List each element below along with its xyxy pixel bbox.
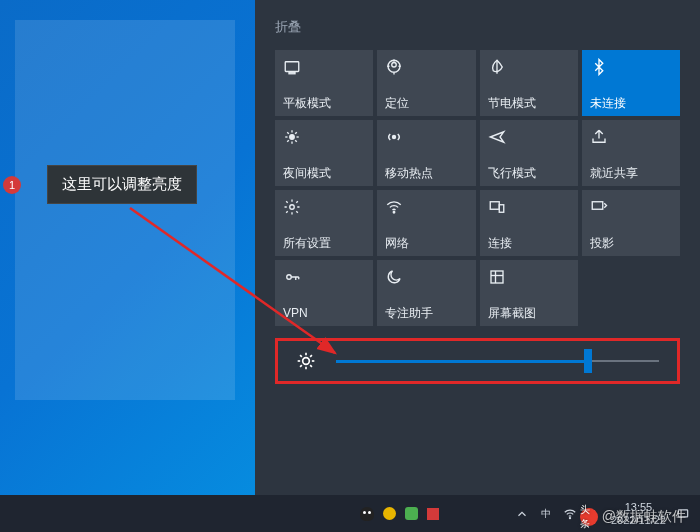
brightness-slider-container — [275, 338, 680, 384]
tile-night-light[interactable]: 夜间模式 — [275, 120, 373, 186]
bluetooth-icon — [590, 56, 672, 78]
brightness-slider[interactable] — [336, 352, 659, 370]
taskbar-app-wechat[interactable] — [404, 507, 418, 521]
svg-point-34 — [569, 517, 570, 518]
tile-label: 投影 — [590, 236, 672, 250]
devices-icon — [488, 196, 570, 218]
svg-point-25 — [303, 358, 310, 365]
tile-nearby-share[interactable]: 就近共享 — [582, 120, 680, 186]
tile-location[interactable]: 定位 — [377, 50, 475, 116]
taskbar-app-flag[interactable] — [426, 507, 440, 521]
svg-rect-20 — [592, 202, 603, 210]
tile-hotspot[interactable]: 移动热点 — [377, 120, 475, 186]
tile-connect[interactable]: 连接 — [480, 190, 578, 256]
svg-point-6 — [290, 135, 295, 140]
gear-icon — [283, 196, 365, 218]
tile-label: 飞行模式 — [488, 166, 570, 180]
tile-label: 平板模式 — [283, 96, 365, 110]
watermark-logo: 头条 — [580, 508, 598, 526]
svg-point-3 — [392, 63, 397, 68]
tile-network[interactable]: 网络 — [377, 190, 475, 256]
tile-label: 所有设置 — [283, 236, 365, 250]
svg-line-12 — [295, 140, 297, 142]
hotspot-icon — [385, 126, 467, 148]
desktop-window-outline — [15, 20, 235, 400]
svg-line-32 — [300, 365, 302, 367]
tile-bluetooth[interactable]: 未连接 — [582, 50, 680, 116]
svg-line-33 — [310, 355, 312, 357]
svg-line-11 — [287, 132, 289, 134]
leaf-icon — [488, 56, 570, 78]
taskbar-app-qq[interactable] — [360, 507, 374, 521]
tile-label: 未连接 — [590, 96, 672, 110]
desktop-background — [0, 0, 255, 532]
moon-icon — [385, 266, 467, 288]
svg-rect-19 — [499, 205, 504, 213]
tile-vpn[interactable]: VPN — [275, 260, 373, 326]
wifi-icon — [385, 196, 467, 218]
vpn-icon — [283, 266, 365, 288]
annotation-number: 1 — [3, 176, 21, 194]
share-arrow-icon — [590, 126, 672, 148]
tile-tablet-mode[interactable]: 平板模式 — [275, 50, 373, 116]
tile-label: 移动热点 — [385, 166, 467, 180]
tray-chevron-icon[interactable] — [515, 507, 529, 521]
tile-label: VPN — [283, 306, 365, 320]
action-center-panel: 折叠 平板模式定位节电模式未连接夜间模式移动热点飞行模式就近共享所有设置网络连接… — [255, 0, 700, 495]
svg-point-15 — [393, 136, 396, 139]
svg-point-17 — [394, 212, 396, 214]
project-icon — [590, 196, 672, 218]
tile-label: 专注助手 — [385, 306, 467, 320]
tile-label: 屏幕截图 — [488, 306, 570, 320]
collapse-link[interactable]: 折叠 — [275, 18, 680, 36]
tile-focus-assist[interactable]: 专注助手 — [377, 260, 475, 326]
tile-screenshot[interactable]: 屏幕截图 — [480, 260, 578, 326]
tile-battery-saver[interactable]: 节电模式 — [480, 50, 578, 116]
tile-label: 网络 — [385, 236, 467, 250]
tablet-icon — [283, 56, 365, 78]
tray-ime-icon[interactable]: 中 — [539, 507, 553, 521]
sun-dot-icon — [283, 126, 365, 148]
tile-label: 夜间模式 — [283, 166, 365, 180]
annotation-callout: 1 这里可以调整亮度 — [3, 165, 197, 204]
location-icon — [385, 56, 467, 78]
svg-rect-22 — [491, 271, 503, 283]
svg-line-31 — [310, 365, 312, 367]
tile-all-settings[interactable]: 所有设置 — [275, 190, 373, 256]
taskbar-app-player[interactable] — [382, 507, 396, 521]
svg-point-21 — [287, 275, 292, 280]
tile-label: 定位 — [385, 96, 467, 110]
tile-label: 连接 — [488, 236, 570, 250]
svg-line-14 — [295, 132, 297, 134]
watermark: 头条 @数据蛙软件 — [580, 508, 686, 526]
svg-line-13 — [287, 140, 289, 142]
watermark-text: @数据蛙软件 — [602, 508, 686, 526]
snip-icon — [488, 266, 570, 288]
brightness-icon — [296, 351, 316, 371]
tile-label: 节电模式 — [488, 96, 570, 110]
annotation-text: 这里可以调整亮度 — [47, 165, 197, 204]
tile-project[interactable]: 投影 — [582, 190, 680, 256]
tile-label: 就近共享 — [590, 166, 672, 180]
airplane-icon — [488, 126, 570, 148]
svg-rect-18 — [490, 202, 499, 210]
svg-rect-1 — [285, 62, 299, 72]
svg-line-30 — [300, 355, 302, 357]
svg-rect-2 — [289, 72, 295, 74]
tile-airplane[interactable]: 飞行模式 — [480, 120, 578, 186]
svg-point-16 — [290, 205, 295, 210]
quick-action-tiles: 平板模式定位节电模式未连接夜间模式移动热点飞行模式就近共享所有设置网络连接投影V… — [275, 50, 680, 326]
tray-wifi-icon[interactable] — [563, 507, 577, 521]
